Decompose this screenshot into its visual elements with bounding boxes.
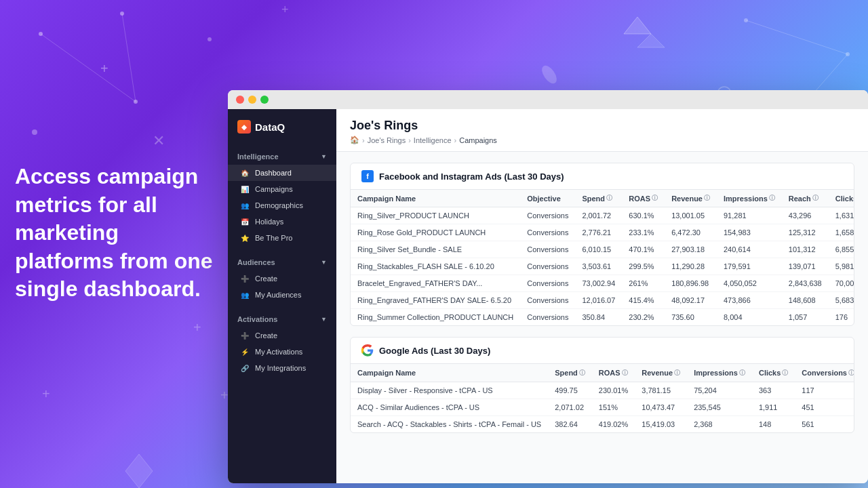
table-cell: 233.1% [622,224,665,241]
my-integrations-label: My Integrations [255,364,306,372]
table-cell: 27,903.18 [665,241,717,258]
breadcrumb: 🏠 › Joe's Rings › Intelligence › Campaig… [350,136,854,144]
facebook-table: Campaign Name Objective Spend ⓘ ROAS ⓘ R… [351,190,854,325]
table-cell: Conversions [520,207,575,224]
table-cell: 10,473.47 [635,399,687,416]
table-row: Ring_Summer Collection_PRODUCT LAUNCHCon… [351,309,854,326]
table-cell: 261% [622,275,665,292]
facebook-section-title: Facebook and Instagram Ads (Last 30 Days… [379,171,564,182]
fb-col-roas: ROAS ⓘ [622,190,665,207]
table-cell: 230.01% [592,382,635,399]
sidebar-section-audiences-header[interactable]: Audiences ▼ [228,254,336,270]
table-cell: 125,312 [782,224,829,241]
table-cell: 2,776.21 [575,224,622,241]
left-panel-heading: Access campaign metrics for all marketin… [15,163,218,304]
breadcrumb-campaigns: Campaigns [459,136,497,144]
google-section-header: Google Ads (Last 30 Days) [351,338,854,364]
table-cell: 1,658 [829,224,854,241]
breadcrumb-intelligence[interactable]: Intelligence [414,136,452,144]
table-cell: 13,001.05 [665,207,717,224]
table-cell: 154,983 [717,224,782,241]
breadcrumb-joes-rings[interactable]: Joe's Rings [368,136,406,144]
sidebar-item-activations-create[interactable]: ➕ Create [228,327,336,344]
page-title: Joe's Rings [350,119,854,133]
my-audiences-label: My Audiences [255,291,301,299]
table-cell: Ring_Stackables_FLASH SALE - 6.10.20 [351,258,520,275]
table-cell: 139,071 [782,258,829,275]
fb-col-spend: Spend ⓘ [575,190,622,207]
breadcrumb-sep-3: › [454,136,457,144]
sidebar-logo: ◆ DataQ [228,109,336,144]
g-col-conversions: Conversions ⓘ [795,364,854,382]
table-cell: 561 [795,416,854,433]
holidays-label: Holidays [255,218,283,226]
sidebar-section-activations-header[interactable]: Activations ▼ [228,311,336,327]
facebook-section: f Facebook and Instagram Ads (Last 30 Da… [350,163,854,326]
demographics-icon: 👥 [240,202,250,209]
my-activations-icon: ⚡ [240,348,250,356]
google-table: Campaign Name Spend ⓘ ROAS ⓘ Revenue ⓘ I… [351,364,854,432]
be-the-pro-icon: ⭐ [240,235,250,242]
sidebar-section-intelligence: Intelligence ▼ 🏠 Dashboard 📊 Campaigns 👥… [228,144,336,250]
table-cell: 11,290.28 [665,258,717,275]
browser-chrome [228,90,868,109]
table-row: Ring_Silver Set_Bundle - SALEConversions… [351,241,854,258]
table-cell: 6,855 [829,241,854,258]
sidebar-item-demographics[interactable]: 👥 Demographics [228,197,336,214]
table-cell: 2,843,638 [782,275,829,292]
audiences-label: Audiences [237,258,275,266]
fb-col-campaign-name: Campaign Name [351,190,520,207]
sidebar-item-audiences-create[interactable]: ➕ Create [228,270,336,287]
facebook-table-body: Ring_Silver_PRODUCT LAUNCHConversions2,0… [351,207,854,326]
table-row: Search - ACQ - Stackables - Shirts - tCP… [351,416,854,433]
google-section: Google Ads (Last 30 Days) Campaign Name … [350,337,854,433]
be-the-pro-label: Be The Pro [255,234,292,242]
table-cell: 419.02% [592,416,635,433]
table-cell: 4,050,052 [717,275,782,292]
sidebar-item-my-integrations[interactable]: 🔗 My Integrations [228,360,336,376]
browser-dot-red[interactable] [236,96,244,104]
browser-dot-green[interactable] [260,96,269,104]
sidebar-item-my-audiences[interactable]: 👥 My Audiences [228,287,336,303]
intelligence-label: Intelligence [237,152,279,161]
browser-dot-yellow[interactable] [248,96,256,104]
table-cell: 12,016.07 [575,292,622,309]
fb-col-impressions: Impressions ⓘ [717,190,782,207]
table-cell: 382.64 [548,416,592,433]
table-row: Display - Silver - Responsive - tCPA - U… [351,382,854,399]
sidebar-item-my-activations[interactable]: ⚡ My Activations [228,344,336,360]
table-cell: 180,896.98 [665,275,717,292]
table-cell: 470.1% [622,241,665,258]
audiences-chevron: ▼ [321,259,327,266]
table-row: ACQ - Similar Audiences - tCPA - US2,071… [351,399,854,416]
table-cell: Conversions [520,224,575,241]
table-cell: 3,781.15 [635,382,687,399]
dashboard-label: Dashboard [255,169,292,177]
table-row: Ring_Stackables_FLASH SALE - 6.10.20Conv… [351,258,854,275]
sidebar-item-holidays[interactable]: 📅 Holidays [228,214,336,230]
sidebar-section-intelligence-header[interactable]: Intelligence ▼ [228,148,336,165]
dashboard-icon: 🏠 [240,169,250,177]
sidebar-item-dashboard[interactable]: 🏠 Dashboard [228,165,336,181]
facebook-section-header: f Facebook and Instagram Ads (Last 30 Da… [351,163,854,190]
table-cell: 43,296 [782,207,829,224]
activations-create-icon: ➕ [240,332,250,340]
table-row: Ring_Rose Gold_PRODUCT LAUNCHConversions… [351,224,854,241]
table-cell: Bracelet_Engraved_FATHER'S DAY... [351,275,520,292]
table-cell: Conversions [520,275,575,292]
fb-col-reach: Reach ⓘ [782,190,829,207]
table-cell: 101,312 [782,241,829,258]
table-cell: 499.75 [548,382,592,399]
sidebar-item-be-the-pro[interactable]: ⭐ Be The Pro [228,230,336,246]
table-cell: Ring_Engraved_FATHER'S DAY SALE- 6.5.20 [351,292,520,309]
table-cell: 148,608 [782,292,829,309]
g-col-clicks: Clicks ⓘ [752,364,795,382]
my-audiences-icon: 👥 [240,291,250,299]
g-col-impressions: Impressions ⓘ [687,364,752,382]
table-cell: 2,368 [687,416,752,433]
content-area: f Facebook and Instagram Ads (Last 30 Da… [336,152,868,455]
browser-content: ◆ DataQ Intelligence ▼ 🏠 Dashboard 📊 Cam… [228,109,868,483]
fb-col-revenue: Revenue ⓘ [665,190,717,207]
g-col-revenue: Revenue ⓘ [635,364,687,382]
sidebar-item-campaigns[interactable]: 📊 Campaigns [228,181,336,197]
